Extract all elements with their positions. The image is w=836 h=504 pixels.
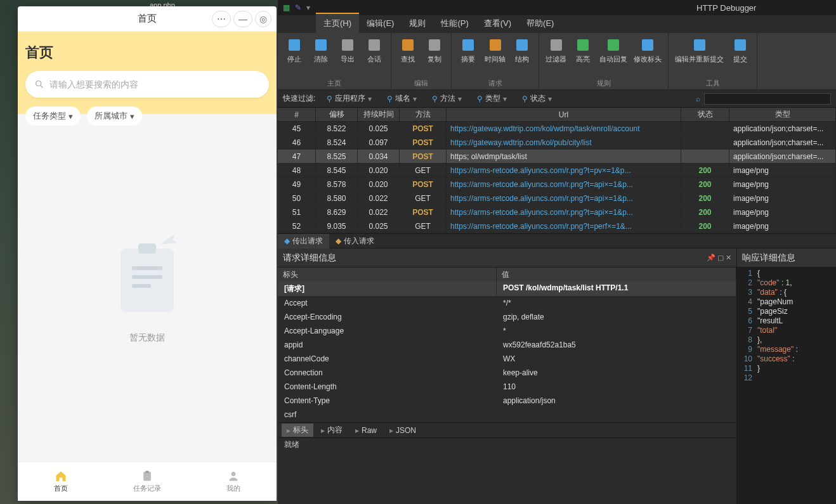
svg-rect-16 xyxy=(608,39,619,51)
header-row[interactable]: channelCodeWX xyxy=(278,352,736,366)
header-row[interactable]: csrf xyxy=(278,408,736,422)
ribbon-btn-高亮[interactable]: 高亮 xyxy=(570,36,596,77)
response-line: 1{ xyxy=(738,269,835,278)
response-line: 12 xyxy=(738,373,835,383)
svg-line-1 xyxy=(41,86,42,87)
request-tab-传入请求[interactable]: ◆ 传入请求 xyxy=(329,234,381,249)
mobile-titlebar: 首页 ⋯ — ◎ xyxy=(18,6,277,32)
svg-point-0 xyxy=(36,81,41,86)
table-row[interactable]: 478.5250.034POSThttps; ol/wdmp/task/list… xyxy=(278,150,836,164)
ribbon-btn-停止[interactable]: 停止 xyxy=(282,36,307,77)
svg-rect-5 xyxy=(289,39,300,51)
header-row[interactable]: appidwx592feaafd52a1ba5 xyxy=(278,339,736,352)
menu-性能(P)[interactable]: 性能(P) xyxy=(433,14,476,33)
ribbon-btn-摘要[interactable]: 摘要 xyxy=(455,36,481,77)
quick-filter-域名[interactable]: ⚲ 域名 ▾ xyxy=(387,93,417,104)
ribbon-btn-清除[interactable]: 清除 xyxy=(308,36,334,77)
ribbon-btn-查找[interactable]: 查找 xyxy=(395,36,421,77)
response-line: 4 "pageNum xyxy=(738,297,835,307)
col-url[interactable]: Url xyxy=(447,108,681,121)
mobile-app-window: 首页 ⋯ — ◎ 首页 任务类型▾ 所属城市▾ 暂无数据 xyxy=(18,6,277,501)
request-tab-传出请求[interactable]: ◆ 传出请求 xyxy=(278,234,329,249)
response-line: 10 "success" : xyxy=(738,354,835,364)
user-icon xyxy=(226,470,240,482)
ribbon-btn-结构[interactable]: 结构 xyxy=(509,36,535,77)
ribbon-btn-复制[interactable]: 复制 xyxy=(422,36,447,77)
table-row[interactable]: 458.5220.025POSThttps://gateway.wdtrip.c… xyxy=(278,122,836,136)
response-body[interactable]: 1{2 "code" : 1,3 "data" : {4 "pageNum5 "… xyxy=(737,268,836,504)
menu-编辑(E)[interactable]: 编辑(E) xyxy=(359,14,402,33)
table-row[interactable]: 518.6290.022POSThttps://arms-retcode.ali… xyxy=(278,205,836,219)
ribbon-btn-提交[interactable]: 提交 xyxy=(728,36,753,77)
col-method[interactable]: 方法 xyxy=(400,108,447,121)
mobile-more-button[interactable]: ⋯ xyxy=(212,11,231,27)
menu-规则[interactable]: 规则 xyxy=(402,14,433,33)
col-duration[interactable]: 持续时间 xyxy=(358,108,400,121)
empty-illustration xyxy=(96,232,198,321)
header-row[interactable]: Accept-Encodinggzip, deflate xyxy=(278,311,736,325)
request-line-row[interactable]: [请求] POST /kol/wdmp/task/list HTTP/1.1 xyxy=(278,281,736,297)
view-tab-标头[interactable]: ▸ 标头 xyxy=(282,423,313,437)
clipboard-icon xyxy=(121,249,174,312)
header-row[interactable]: Accept-Language* xyxy=(278,325,736,339)
tasks-icon xyxy=(140,470,154,482)
filter-task-type[interactable]: 任务类型▾ xyxy=(25,107,81,126)
ribbon-btn-会话[interactable]: 会话 xyxy=(362,36,387,77)
nav-tasks[interactable]: 任务记录 xyxy=(104,462,190,501)
mobile-content: 首页 任务类型▾ 所属城市▾ 暂无数据 xyxy=(18,32,277,462)
nav-home[interactable]: 首页 xyxy=(18,462,104,501)
header-row[interactable]: Connectionkeep-alive xyxy=(278,366,736,380)
quick-filter-应用程序[interactable]: ⚲ 应用程序 ▾ xyxy=(327,93,372,104)
quick-filter-状态[interactable]: ⚲ 状态 ▾ xyxy=(522,93,552,104)
table-row[interactable]: 529.0350.025GEThttps://arms-retcode.aliy… xyxy=(278,219,836,233)
grid-header: # 偏移 持续时间 方法 Url 状态 类型 xyxy=(278,108,836,122)
quick-filter-方法[interactable]: ⚲ 方法 ▾ xyxy=(432,93,462,104)
header-row[interactable]: Accept*/* xyxy=(278,297,736,311)
mobile-target-button[interactable]: ◎ xyxy=(255,11,271,27)
col-status[interactable]: 状态 xyxy=(681,108,729,121)
dropdown-icon[interactable]: ▾ xyxy=(306,3,310,12)
app-title: HTTP Debugger xyxy=(696,3,756,13)
ribbon-btn-自动回复[interactable]: 自动回复 xyxy=(597,36,630,77)
header-row[interactable]: Content-Typeapplication/json xyxy=(278,394,736,408)
ribbon-btn-时间轴[interactable]: 时间轴 xyxy=(482,36,508,77)
view-tab-内容[interactable]: ▸ 内容 xyxy=(316,423,348,437)
request-detail-title: 请求详细信息 xyxy=(283,252,336,264)
col-index[interactable]: # xyxy=(278,108,316,121)
table-row[interactable]: 468.5240.097POSThttps://gateway.wdtrip.c… xyxy=(278,136,836,150)
menu-帮助(E)[interactable]: 帮助(E) xyxy=(519,14,561,33)
table-row[interactable]: 498.5780.020POSThttps://arms-retcode.ali… xyxy=(278,178,836,191)
view-tab-JSON[interactable]: ▸ JSON xyxy=(384,425,421,436)
menu-查看(V)[interactable]: 查看(V) xyxy=(476,14,519,33)
ribbon-btn-过滤器[interactable]: 过滤器 xyxy=(543,36,569,77)
ribbon-group-主页: 停止清除导出会话主页 xyxy=(278,33,391,89)
view-tab-Raw[interactable]: ▸ Raw xyxy=(350,425,382,436)
ribbon-btn-修改标头[interactable]: 修改标头 xyxy=(631,36,664,77)
search-box[interactable] xyxy=(25,71,269,98)
header-row[interactable]: Content-Length110 xyxy=(278,380,736,394)
filter-city[interactable]: 所属城市▾ xyxy=(87,107,142,126)
empty-state: 暂无数据 xyxy=(25,126,269,450)
detail-split: 请求详细信息 📌 ▢ ✕ 标头 值 [请求] POST /kol/wdmp/ta… xyxy=(278,249,836,504)
col-offset[interactable]: 偏移 xyxy=(316,108,358,121)
nav-me[interactable]: 我的 xyxy=(190,462,277,501)
svg-rect-9 xyxy=(402,39,414,51)
search-input[interactable] xyxy=(49,79,260,89)
quick-filter-search-input[interactable] xyxy=(704,93,831,105)
mobile-minimize-button[interactable]: — xyxy=(233,11,252,27)
ribbon-group-请求: 摘要时间轴结构请求 xyxy=(452,33,539,89)
response-line: 5 "pageSiz xyxy=(738,307,835,316)
response-line: 9 "message" : xyxy=(738,345,835,354)
quick-filter-label: 快速过滤: xyxy=(283,93,315,104)
menu-主页(H)[interactable]: 主页(H) xyxy=(316,13,359,33)
col-type[interactable]: 类型 xyxy=(729,108,836,121)
ribbon: 停止清除导出会话主页查找复制编辑摘要时间轴结构请求过滤器高亮自动回复修改标头规则… xyxy=(278,33,836,90)
panel-controls[interactable]: 📌 ▢ ✕ xyxy=(707,254,731,262)
response-line: 3 "data" : { xyxy=(738,288,835,297)
ribbon-btn-编辑并重新提交[interactable]: 编辑并重新提交 xyxy=(672,36,726,77)
table-row[interactable]: 488.5450.020GEThttps://arms-retcode.aliy… xyxy=(278,164,836,178)
table-row[interactable]: 508.5800.022GEThttps://arms-retcode.aliy… xyxy=(278,191,836,205)
response-line: 11} xyxy=(738,364,835,373)
quick-filter-类型[interactable]: ⚲ 类型 ▾ xyxy=(477,93,507,104)
ribbon-btn-导出[interactable]: 导出 xyxy=(335,36,360,77)
